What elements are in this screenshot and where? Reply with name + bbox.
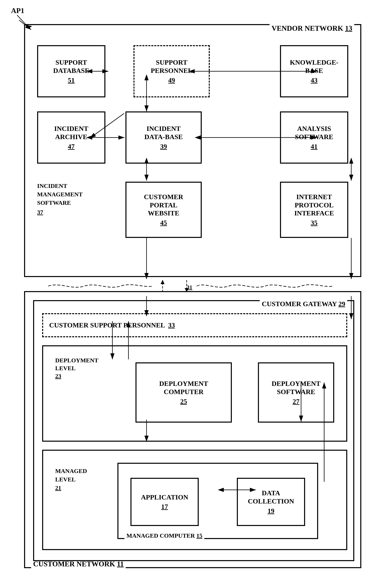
- deployment-level-box: DEPLOYMENTLEVEL23 DEPLOYMENTCOMPUTER 25 …: [42, 345, 347, 442]
- application-box: APPLICATION 17: [130, 478, 199, 526]
- support-database-box: SUPPORTDATABASE 51: [37, 45, 106, 97]
- incident-archive-box: INCIDENTARCHIVE 47: [37, 112, 106, 164]
- customer-portal-box: CUSTOMERPORTALWEBSITE 45: [126, 182, 202, 238]
- customer-portal-title: CUSTOMERPORTALWEBSITE: [144, 193, 183, 218]
- deployment-software-title: DEPLOYMENTSOFTWARE: [272, 380, 320, 396]
- customer-support-personnel-box: CUSTOMER SUPPORT PERSONNEL 33: [42, 313, 347, 337]
- deployment-computer-title: DEPLOYMENTCOMPUTER: [159, 380, 208, 396]
- incident-management-title: INCIDENTMANAGEMENTSOFTWARE: [37, 182, 83, 207]
- vendor-network-label: VENDOR NETWORK 13: [270, 24, 354, 32]
- data-collection-box: DATACOLLECTION 19: [237, 478, 305, 526]
- internet-protocol-box: INTERNETPROTOCOLINTERFACE 35: [280, 182, 348, 238]
- customer-portal-number: 45: [160, 219, 167, 227]
- support-database-title: SUPPORTDATABASE: [53, 58, 89, 75]
- deployment-software-number: 27: [293, 398, 300, 405]
- managed-computer-box: MANAGED COMPUTER 15 APPLICATION 17 DATAC…: [118, 463, 318, 539]
- customer-support-personnel-title: CUSTOMER SUPPORT PERSONNEL: [49, 322, 165, 329]
- vendor-network-box: VENDOR NETWORK 13 SUPPORTDATABASE 51 SUP…: [24, 24, 361, 277]
- internet-protocol-number: 35: [311, 219, 318, 227]
- support-personnel-title: SUPPORTPERSONNEL: [151, 58, 192, 75]
- application-title: APPLICATION: [141, 493, 188, 502]
- support-personnel-number: 49: [168, 76, 175, 84]
- incident-archive-number: 47: [68, 143, 75, 150]
- customer-gateway-label: CUSTOMER GATEWAY 29: [260, 300, 347, 308]
- customer-network-box: CUSTOMER NETWORK 11 CUSTOMER GATEWAY 29 …: [24, 291, 361, 568]
- deployment-level-label: DEPLOYMENTLEVEL23: [55, 356, 98, 380]
- customer-support-personnel-number: 33: [168, 322, 175, 329]
- application-number: 17: [161, 503, 168, 510]
- incident-database-box: INCIDENTDATA-BASE 39: [126, 112, 202, 164]
- internet-protocol-title: INTERNETPROTOCOLINTERFACE: [294, 193, 334, 218]
- managed-level-label: MANAGEDLEVEL21: [55, 467, 87, 492]
- data-collection-title: DATACOLLECTION: [248, 489, 294, 506]
- support-personnel-box: SUPPORTPERSONNEL 49: [134, 45, 210, 97]
- customer-gateway-box: CUSTOMER GATEWAY 29 CUSTOMER SUPPORT PER…: [33, 300, 354, 561]
- diagram-container: AP1 VENDOR NETWORK 13 SUPPORTDATABASE 51…: [0, 0, 392, 581]
- incident-database-title: INCIDENTDATA-BASE: [144, 125, 183, 141]
- analysis-software-number: 41: [311, 143, 318, 150]
- incident-archive-title: INCIDENTARCHIVE: [54, 125, 88, 141]
- incident-management-number: 37: [37, 208, 83, 216]
- svg-text:31: 31: [187, 284, 192, 290]
- deployment-software-box: DEPLOYMENTSOFTWARE 27: [258, 362, 334, 422]
- deployment-computer-box: DEPLOYMENTCOMPUTER 25: [136, 362, 232, 422]
- data-collection-number: 19: [268, 507, 274, 515]
- analysis-software-box: ANALYSISSOFTWARE 41: [280, 112, 348, 164]
- deployment-computer-number: 25: [180, 398, 187, 405]
- support-database-number: 51: [68, 76, 75, 84]
- incident-database-number: 39: [160, 143, 167, 150]
- managed-level-box: MANAGEDLEVEL21 MANAGED COMPUTER 15 APPLI…: [42, 450, 347, 550]
- knowledge-base-box: KNOWLEDGE-BASE 43: [280, 45, 348, 97]
- managed-computer-label: MANAGED COMPUTER 15: [124, 532, 204, 539]
- svg-text:AP1: AP1: [11, 7, 24, 15]
- analysis-software-title: ANALYSISSOFTWARE: [295, 125, 334, 141]
- incident-management-label: INCIDENTMANAGEMENTSOFTWARE 37: [37, 182, 83, 216]
- svg-marker-4: [160, 280, 164, 284]
- knowledge-base-number: 43: [311, 76, 318, 84]
- knowledge-base-title: KNOWLEDGE-BASE: [290, 58, 338, 75]
